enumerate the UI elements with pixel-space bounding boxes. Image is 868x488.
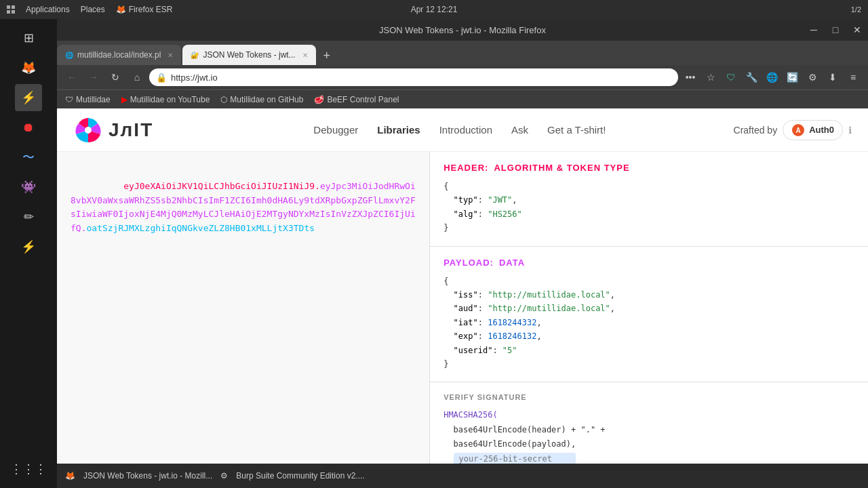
os-bar-left: Applications Places 🦊 Firefox ESR — [7, 5, 172, 14]
os-datetime: Apr 12 12:21 — [411, 5, 458, 14]
places-menu[interactable]: Places — [81, 5, 105, 14]
os-bar: Applications Places 🦊 Firefox ESR Apr 12… — [0, 0, 868, 19]
applications-menu[interactable]: Applications — [26, 5, 70, 14]
page-indicator: 1/2 — [851, 5, 861, 14]
firefox-indicator: 🦊 Firefox ESR — [116, 5, 173, 14]
os-grid-icon[interactable] — [7, 5, 15, 14]
os-bar-right: 1/2 — [851, 5, 861, 14]
